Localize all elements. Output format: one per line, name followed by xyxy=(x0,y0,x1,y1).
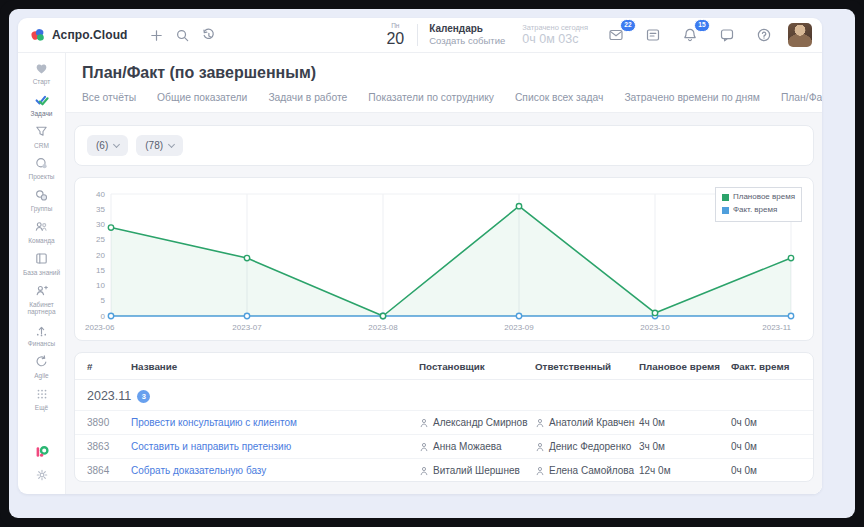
search-button[interactable] xyxy=(170,22,196,48)
help-icon xyxy=(756,27,772,43)
column-header: Название xyxy=(131,361,415,372)
creator-cell[interactable]: Александр Смирнов xyxy=(419,417,531,428)
settings-button[interactable] xyxy=(19,468,65,486)
app-window: Аспро.Cloud Пн 20 Календарь Создать собы xyxy=(18,18,822,494)
report-content: (6) (78) Плановое время Факт. время xyxy=(66,113,822,494)
tab-5[interactable]: Затрачено времени по дням xyxy=(624,90,760,112)
plan-time-cell: 4ч 0м xyxy=(639,417,727,428)
tab-1[interactable]: Общие показатели xyxy=(157,90,247,112)
creator-cell[interactable]: Виталий Шершнев xyxy=(419,465,531,476)
sidebar-item-8[interactable]: Финансы xyxy=(19,322,65,348)
sidebar-item-6[interactable]: База знаний xyxy=(19,251,65,277)
calendar-date[interactable]: Пн 20 xyxy=(386,23,404,47)
create-button[interactable] xyxy=(144,22,170,48)
sidebar-item-0[interactable]: Старт xyxy=(19,60,65,86)
history-icon xyxy=(201,28,216,43)
creator-cell[interactable]: Анна Можаева xyxy=(419,441,531,452)
sidebar-item-label: Финансы xyxy=(19,340,65,348)
help-button[interactable] xyxy=(751,22,777,48)
svg-text:15: 15 xyxy=(96,266,105,275)
svg-text:2023-07: 2023-07 xyxy=(232,323,262,332)
column-header: Ответственный xyxy=(535,361,635,372)
finance-icon xyxy=(19,322,65,338)
partner-logo[interactable] xyxy=(19,444,65,464)
svg-text:10: 10 xyxy=(96,281,105,290)
sidebar-item-label: Agile xyxy=(19,372,65,380)
svg-text:2023-09: 2023-09 xyxy=(504,323,534,332)
mail-button[interactable]: 22 xyxy=(603,22,629,48)
svg-text:2023-11: 2023-11 xyxy=(762,323,791,332)
task-name-link[interactable]: Собрать доказательную базу xyxy=(131,465,415,476)
svg-text:2023-10: 2023-10 xyxy=(640,323,670,332)
tab-4[interactable]: Список всех задач xyxy=(515,90,603,112)
knowledge-icon xyxy=(19,251,65,267)
user-avatar[interactable] xyxy=(788,23,812,47)
task-name-link[interactable]: Составить и направить претензию xyxy=(131,441,415,452)
tab-2[interactable]: Задачи в работе xyxy=(268,90,347,112)
tab-6[interactable]: План/Факт (все задачи) xyxy=(781,90,822,112)
agile-icon xyxy=(19,354,65,370)
day-number: 20 xyxy=(386,30,404,47)
sidebar-item-label: Кабинет партнера xyxy=(19,301,65,317)
sidebar-item-5[interactable]: Команда xyxy=(19,219,65,245)
plan-fact-chart: 05101520253035402023-062023-072023-08202… xyxy=(85,186,803,340)
tab-0[interactable]: Все отчёты xyxy=(82,90,136,112)
notifications-button[interactable]: 15 xyxy=(677,22,703,48)
column-header: Постановщик xyxy=(419,361,531,372)
responsible-cell[interactable]: Анатолий Кравченко xyxy=(535,417,635,428)
sidebar-item-1[interactable]: Задачи xyxy=(19,92,65,118)
crm-icon xyxy=(19,124,65,140)
search-icon xyxy=(175,28,190,43)
table-row: 3863 Составить и направить претензию Анн… xyxy=(75,434,813,458)
column-header: # xyxy=(87,361,127,372)
sidebar-item-10[interactable]: Ещё xyxy=(19,386,65,412)
svg-text:5: 5 xyxy=(101,296,106,305)
time-spent-label: Затрачено сегодня xyxy=(522,23,588,32)
fact-time-cell: 0ч 0м xyxy=(731,417,801,428)
sidebar-item-label: Задачи xyxy=(19,110,65,118)
sidebar-item-9[interactable]: Agile xyxy=(19,354,65,380)
svg-text:2023-06: 2023-06 xyxy=(85,323,115,332)
plus-icon xyxy=(149,28,164,43)
time-tracker[interactable]: Затрачено сегодня 0ч 0м 03с xyxy=(522,23,588,47)
sidebar-item-label: Группы xyxy=(19,205,65,213)
responsible-cell[interactable]: Денис Федоренко xyxy=(535,441,635,452)
responsible-cell[interactable]: Елена Самойлова xyxy=(535,465,635,476)
sidebar-item-label: Ещё xyxy=(19,404,65,412)
notes-button[interactable] xyxy=(640,22,666,48)
fact-time-cell: 0ч 0м xyxy=(731,441,801,452)
column-header: Факт. время xyxy=(731,361,801,372)
sidebar-item-label: Проекты xyxy=(19,173,65,181)
divider xyxy=(417,24,418,46)
calendar-shortcut[interactable]: Календарь Создать событие xyxy=(429,23,505,47)
task-id: 3890 xyxy=(87,417,127,428)
filter-chip-2[interactable]: (78) xyxy=(136,135,183,156)
table-group-row[interactable]: 2023.11 3 xyxy=(75,380,813,410)
sidebar-item-7[interactable]: Кабинет партнера xyxy=(19,283,65,317)
mail-count-badge: 22 xyxy=(620,19,636,32)
history-button[interactable] xyxy=(196,22,222,48)
sidebar-item-4[interactable]: Группы xyxy=(19,187,65,213)
table-body: 2023.11 33890 Провести консультацию с кл… xyxy=(75,380,813,482)
table-row: 3890 Провести консультацию с клиентом Ал… xyxy=(75,410,813,434)
legend-swatch xyxy=(722,207,729,214)
create-event-link[interactable]: Создать событие xyxy=(429,35,505,47)
sidebar-item-3[interactable]: Проекты xyxy=(19,155,65,181)
sidebar-item-2[interactable]: CRM xyxy=(19,124,65,150)
task-name-link[interactable]: Провести консультацию с клиентом xyxy=(131,417,415,428)
tab-3[interactable]: Показатели по сотруднику xyxy=(368,90,494,112)
note-icon xyxy=(645,27,661,43)
aspro-logo-icon xyxy=(30,27,46,43)
filter-chip-1-label: (6) xyxy=(96,140,108,151)
chat-button[interactable] xyxy=(714,22,740,48)
projects-icon xyxy=(19,155,65,171)
team-icon xyxy=(19,219,65,235)
brand[interactable]: Аспро.Cloud xyxy=(30,27,128,43)
legend-label: Факт. время xyxy=(733,204,777,217)
chevron-down-icon xyxy=(113,141,120,148)
fact-time-cell: 0ч 0м xyxy=(731,465,801,476)
filter-chip-1[interactable]: (6) xyxy=(87,135,128,156)
report-tabs: Все отчётыОбщие показателиЗадачи в работ… xyxy=(66,90,822,113)
time-spent-value: 0ч 0м 03с xyxy=(522,32,588,47)
screenshot-frame: Аспро.Cloud Пн 20 Календарь Создать собы xyxy=(0,0,864,527)
